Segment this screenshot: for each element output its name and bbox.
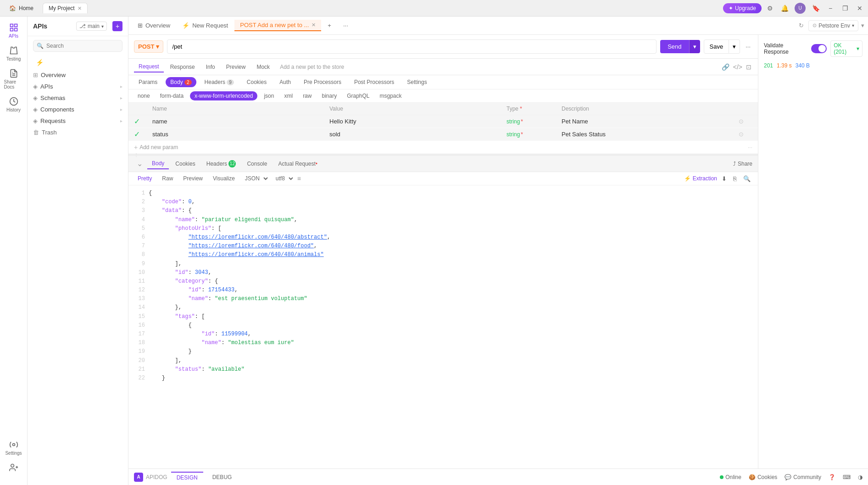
method-selector[interactable]: POST ▾ — [134, 40, 163, 53]
format-tab-pretty[interactable]: Pretty — [134, 174, 156, 183]
link-icon[interactable]: 🔗 — [721, 62, 730, 72]
search-response-icon[interactable]: 🔍 — [741, 174, 752, 183]
env-selector[interactable]: ⊙ Petstore Env ▾ — [808, 20, 858, 31]
type-raw[interactable]: raw — [299, 91, 315, 100]
sidebar-item-invite[interactable]: Settings — [2, 460, 25, 481]
type-form-data[interactable]: form-data — [156, 91, 187, 100]
tab-auth[interactable]: Auth — [275, 77, 295, 87]
extraction-button[interactable]: ⚡ Extraction — [684, 175, 717, 182]
branch-selector[interactable]: ⎇ main ▾ — [76, 22, 107, 31]
tab-preview[interactable]: Preview — [222, 62, 250, 72]
send-dropdown-button[interactable]: ▾ — [689, 40, 700, 53]
home-tab[interactable]: 🏠 Home — [4, 3, 39, 13]
tab-close-icon[interactable]: ✕ — [312, 22, 316, 28]
sidebar-item-sharedocs[interactable]: Share Docs — [2, 66, 25, 92]
row-checkbox[interactable]: ✓ — [134, 130, 152, 139]
tree-item-components[interactable]: ◈ Components ▸ — [28, 104, 128, 115]
type-json[interactable]: json — [260, 91, 278, 100]
row-value[interactable]: Hello Kitty — [329, 118, 506, 125]
tree-item-overview[interactable]: ⊞ Overview — [28, 69, 128, 81]
row-value[interactable]: sold — [329, 131, 506, 138]
tab-add-pet[interactable]: POST Add a new pet to ... ✕ — [234, 20, 321, 31]
send-button[interactable]: Send — [660, 40, 689, 53]
row-type[interactable]: string * — [506, 118, 562, 125]
row-more-icon[interactable]: ⊙ — [739, 118, 752, 125]
type-none[interactable]: none — [134, 91, 154, 100]
type-x-www-form[interactable]: x-www-form-urlencoded — [190, 91, 257, 100]
code-icon[interactable]: </> — [732, 62, 743, 72]
cookies-button[interactable]: 🍪 Cookies — [749, 474, 777, 480]
tab-body[interactable]: Body 2 — [166, 77, 196, 87]
search-input[interactable] — [33, 40, 122, 52]
avatar[interactable]: U — [795, 3, 806, 14]
tab-settings[interactable]: Settings — [402, 77, 431, 87]
copy-icon[interactable]: ⎘ — [731, 174, 739, 183]
share-button[interactable]: ⤴ Share — [733, 161, 752, 167]
type-graphql[interactable]: GraphQL — [343, 91, 373, 100]
tab-cookies[interactable]: Cookies — [242, 77, 271, 87]
sidebar-item-apis[interactable]: APIs — [2, 20, 25, 41]
help-icon[interactable]: ❓ — [829, 474, 835, 480]
collapse-button[interactable]: ⌄ — [134, 158, 145, 169]
resp-tab-actual-request[interactable]: Actual Request• — [273, 159, 322, 169]
bottom-tab-debug[interactable]: DEBUG — [207, 472, 238, 482]
bottom-tab-design[interactable]: DESIGN — [171, 472, 203, 483]
format-select[interactable]: JSON XML Text — [241, 174, 269, 183]
layout-icon[interactable]: ⊡ — [745, 62, 752, 72]
sidebar-item-settings[interactable]: Settings — [2, 437, 25, 458]
project-tab[interactable]: My Project ✕ — [43, 3, 88, 13]
type-xml[interactable]: xml — [280, 91, 296, 100]
url-input[interactable] — [167, 39, 657, 54]
row-name[interactable]: status — [152, 131, 329, 138]
tree-item-apis[interactable]: ◈ APIs ▸ — [28, 81, 128, 92]
tab-post-processors[interactable]: Post Processors — [350, 77, 399, 87]
save-button[interactable]: Save — [704, 39, 729, 54]
row-type[interactable]: string * — [506, 131, 562, 138]
row-name[interactable]: name — [152, 118, 329, 125]
format-tab-raw[interactable]: Raw — [158, 174, 177, 183]
minimize-button[interactable]: − — [826, 4, 835, 13]
tab-pre-processors[interactable]: Pre Processors — [299, 77, 346, 87]
format-tab-visualize[interactable]: Visualize — [209, 174, 239, 183]
maximize-button[interactable]: ❐ — [840, 4, 850, 13]
tree-item-trash[interactable]: 🗑 Trash — [28, 127, 128, 138]
tree-item-requests[interactable]: ◈ Requests ▸ — [28, 115, 128, 127]
add-param-row[interactable]: + Add new param ··· — [128, 141, 758, 154]
env-expand-icon[interactable]: ▾ — [861, 22, 864, 29]
resp-tab-headers[interactable]: Headers 12 — [202, 158, 241, 169]
more-icon[interactable]: ··· — [748, 144, 752, 151]
tab-request[interactable]: Request — [134, 61, 164, 72]
tab-close-icon[interactable]: ✕ — [78, 6, 82, 11]
tab-info[interactable]: Info — [201, 62, 220, 72]
download-icon[interactable]: ⬇ — [720, 174, 729, 183]
encoding-select[interactable]: utf8 — [272, 174, 295, 183]
bookmark-icon[interactable]: 🔖 — [811, 4, 820, 13]
community-button[interactable]: 💬 Community — [785, 474, 821, 480]
filter-icon[interactable]: ⚡ — [33, 57, 46, 67]
resp-tab-cookies[interactable]: Cookies — [171, 159, 200, 169]
refresh-icon[interactable]: ↻ — [799, 22, 804, 29]
resp-tab-body[interactable]: Body — [147, 158, 169, 169]
bell-icon[interactable]: 🔔 — [780, 4, 789, 13]
upgrade-button[interactable]: ✦ Upgrade — [723, 3, 762, 13]
save-dropdown-button[interactable]: ▾ — [729, 39, 740, 54]
tab-headers[interactable]: Headers 9 — [200, 77, 239, 87]
format-icon[interactable]: ≡ — [297, 175, 301, 182]
format-tab-preview[interactable]: Preview — [179, 174, 206, 183]
tree-item-schemas[interactable]: ◈ Schemas ▸ — [28, 92, 128, 104]
tab-new-request[interactable]: ⚡ New Request — [177, 20, 234, 31]
tab-params[interactable]: Params — [134, 77, 162, 87]
add-button[interactable]: + — [112, 21, 122, 31]
validate-toggle[interactable] — [811, 44, 827, 53]
status-select[interactable]: OK (201) ▾ — [830, 40, 862, 57]
tab-mock[interactable]: Mock — [252, 62, 274, 72]
sidebar-item-history[interactable]: History — [2, 94, 25, 115]
type-msgpack[interactable]: msgpack — [376, 91, 406, 100]
sidebar-item-testing[interactable]: Testing — [2, 43, 25, 64]
add-tab-button[interactable]: + — [322, 20, 337, 31]
theme-icon[interactable]: ◑ — [858, 474, 862, 480]
row-more-icon[interactable]: ⊙ — [739, 131, 752, 138]
tab-response[interactable]: Response — [166, 62, 200, 72]
tab-overview[interactable]: ⊞ Overview — [132, 20, 176, 31]
close-button[interactable]: ✕ — [855, 4, 864, 13]
